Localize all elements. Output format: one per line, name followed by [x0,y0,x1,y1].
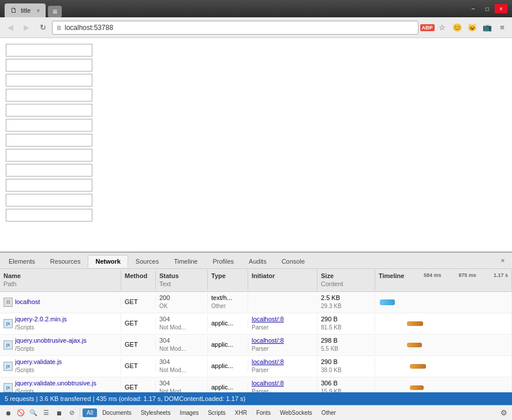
search-button[interactable]: 🔍 [28,407,39,419]
row-name-cell: js jquery.unobtrusive-ajax.js /Scripts [0,335,121,354]
devtools-panel: Elements Resources Network Sources Timel… [0,252,512,420]
new-tab-button[interactable]: ≡ [48,6,62,17]
col-initiator: Initiator [248,270,317,290]
user-icon[interactable]: 😊 [451,21,464,34]
tab-console[interactable]: Console [274,255,312,268]
row-timeline [375,377,512,392]
row-method: GET [121,318,156,329]
row-method: GET [121,297,156,308]
input-field-3[interactable] [6,74,92,87]
filter-websockets[interactable]: WebSockets [276,408,316,417]
menu-button[interactable]: ≡ [496,21,509,34]
stop-button[interactable]: ⏹ [53,407,65,419]
filter-images[interactable]: Images [175,408,203,417]
row-initiator [248,301,317,303]
filter-bar: ⏺ 🚫 🔍 ☰ ⏹ ⊘ All Documents Stylesheets Im… [0,405,512,420]
filter-all[interactable]: All [83,408,97,417]
table-row[interactable]: js jquery.validate.js /Scripts GET 304 N… [0,356,512,377]
tab-close-button[interactable]: × [36,7,40,14]
bookmark-button[interactable]: ☆ [436,21,449,34]
back-button[interactable]: ◀ [3,21,17,35]
maximize-button[interactable]: □ [481,4,494,13]
row-name-cell: ⊡ localhost [0,297,121,308]
account-icon[interactable]: 😺 [466,21,479,34]
col-size: Size Content [317,270,375,290]
input-field-9[interactable] [6,164,92,177]
row-size: 298 B 5.5 KB [317,335,375,354]
row-status: 304 Not Mod... [156,357,208,376]
refresh-button[interactable]: ↻ [36,21,50,35]
input-field-7[interactable] [6,134,92,147]
tab-sources[interactable]: Sources [128,255,166,268]
input-field-6[interactable] [6,119,92,132]
row-filename: jquery-2.0.2.min.js /Scripts [15,315,67,332]
row-size: 2.5 KB 29.3 KB [317,292,375,312]
table-row[interactable]: js jquery.unobtrusive-ajax.js /Scripts G… [0,335,512,356]
address-text: localhost:53788 [65,24,414,32]
settings-button[interactable]: ⚙ [498,407,510,419]
filter-xhr[interactable]: XHR [231,408,251,417]
filter-other[interactable]: Other [317,408,340,417]
row-type: applic... [208,318,248,329]
clear-button[interactable]: 🚫 [15,407,27,419]
network-column-headers: Name Path Method Status Text Type Initia… [0,269,512,292]
tab-resources[interactable]: Resources [43,255,88,268]
cast-icon[interactable]: 📺 [481,21,494,34]
network-panel: Name Path Method Status Text Type Initia… [0,269,512,392]
browser-tab[interactable]: 🗋 title × [5,3,46,17]
row-status: 304 Not Mod... [156,335,208,354]
block-button[interactable]: ⊘ [66,407,77,419]
filter-documents[interactable]: Documents [98,408,136,417]
row-filename: localhost [15,298,40,306]
minimize-button[interactable]: − [467,4,480,13]
filter-scripts[interactable]: Scripts [204,408,230,417]
list-view-button[interactable]: ☰ [40,407,52,419]
input-field-5[interactable] [6,104,92,117]
filter-stylesheets[interactable]: Stylesheets [137,408,175,417]
toolbar-icons: ABP ☆ 😊 😺 📺 ≡ [421,21,509,34]
row-status: 200 OK [156,292,208,312]
devtools-tab-bar: Elements Resources Network Sources Timel… [0,253,512,269]
table-row[interactable]: js jquery.validate.unobtrusive.js /Scrip… [0,377,512,392]
input-field-8[interactable] [6,149,92,162]
address-lock-icon: 🗎 [56,24,62,31]
forward-button[interactable]: ▶ [20,21,33,35]
col-status: Status Text [156,270,208,290]
row-filename: jquery.validate.js /Scripts [15,358,62,374]
abp-button[interactable]: ABP [421,21,433,34]
close-button[interactable]: × [495,4,507,13]
col-method: Method [121,270,156,290]
devtools-close-button[interactable]: × [497,255,509,267]
input-field-10[interactable] [6,179,92,192]
file-icon: ⊡ [3,298,13,307]
row-initiator: localhost/:8 Parser [248,314,317,333]
window-controls: − □ × [467,4,507,13]
address-bar[interactable]: 🗎 localhost:53788 [52,21,418,35]
tab-network[interactable]: Network [88,255,128,268]
row-type: applic... [208,339,248,350]
input-field-11[interactable] [6,194,92,207]
record-button[interactable]: ⏺ [2,407,14,419]
filter-fonts[interactable]: Fonts [252,408,275,417]
row-timeline [375,292,512,313]
tab-elements[interactable]: Elements [1,255,43,268]
table-row[interactable]: ⊡ localhost GET 200 OK text/h... Other [0,292,512,313]
tab-audits[interactable]: Audits [241,255,274,268]
input-field-1[interactable] [6,44,92,57]
table-row[interactable]: js jquery-2.0.2.min.js /Scripts GET 304 … [0,313,512,335]
tab-profiles[interactable]: Profiles [205,255,241,268]
tab-bar: 🗋 title × ≡ [5,0,62,17]
tab-timeline[interactable]: Timeline [166,255,205,268]
row-type: applic... [208,361,248,372]
row-method: GET [121,361,156,372]
file-icon: js [3,319,13,328]
input-field-2[interactable] [6,59,92,72]
input-field-4[interactable] [6,89,92,102]
titlebar: 🗋 title × ≡ − □ × [0,0,512,17]
row-size: 290 B 38.0 KB [317,357,375,376]
col-timeline: Timeline 584 ms 875 ms 1.17 s [375,270,512,290]
row-filename: jquery.unobtrusive-ajax.js /Scripts [15,336,87,353]
row-status: 304 Not Mod... [156,378,208,392]
col-type: Type [208,270,248,290]
input-field-12[interactable] [6,209,92,222]
